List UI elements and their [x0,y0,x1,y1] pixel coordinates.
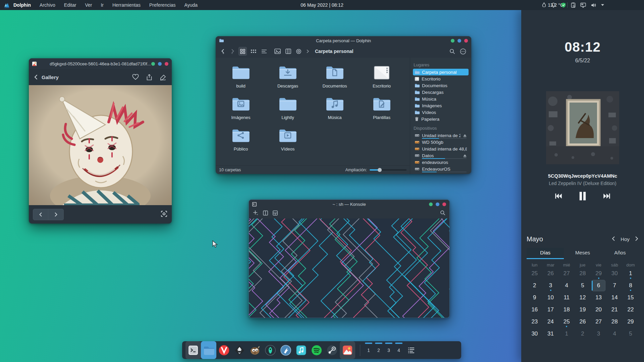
pause-button[interactable] [578,191,587,201]
desktop-pager-4[interactable]: 4 [394,341,404,359]
device-item-wd-500gb[interactable]: WD 500gb [413,139,469,145]
calendar-day[interactable]: 5 [575,280,591,292]
menu-item-ayuda[interactable]: Ayuda [184,2,198,8]
preview-image-icon[interactable] [273,47,282,56]
clipboard-icon[interactable] [571,2,576,8]
konsole-titlebar[interactable]: ~ : sh — Konsole [249,200,449,208]
folder-item-documentos[interactable]: Documentos [315,65,355,88]
calendar-day[interactable]: 3 [543,280,559,292]
calendar-today-button[interactable]: Hoy [621,236,630,242]
view-compact-button[interactable] [250,47,258,56]
calendar-next-icon[interactable] [635,236,639,242]
notifications-icon[interactable] [551,2,556,8]
calendar-day[interactable]: 23 [527,316,543,328]
folder-item-imágenes[interactable]: Imágenes [221,97,261,120]
search-icon[interactable] [448,47,456,56]
calendar-day[interactable]: 13 [591,292,607,304]
dock-app-gimp[interactable] [247,341,263,359]
dock-app-steam[interactable] [324,341,340,359]
calendar-day[interactable]: 11 [558,292,575,304]
folder-item-build[interactable]: build [221,65,261,88]
device-item-unidad-interna-de-48-8-[interactable]: Unidad interna de 48,8 ... [413,145,469,152]
place-item-vídeos[interactable]: Vídeos [413,109,469,116]
calendar-tab-años[interactable]: Años [601,248,639,259]
dock-app-music-app[interactable] [293,341,309,359]
folder-item-lightly[interactable]: Lightly [268,97,308,120]
calendar-day[interactable]: 26 [575,316,591,328]
favorite-heart-icon[interactable] [132,74,139,80]
menu-item-ver[interactable]: Ver [85,2,92,8]
shield-icon[interactable] [561,2,566,8]
minimize-button[interactable] [151,62,155,66]
calendar-tab-meses[interactable]: Meses [564,248,601,259]
calendar-day[interactable]: 28 [606,316,623,328]
calendar-day[interactable]: 25 [558,316,575,328]
dock-app-dolphin[interactable] [201,341,216,359]
forward-button[interactable] [229,47,236,56]
calendar-day[interactable]: 27 [591,316,607,328]
calendar-day[interactable]: 16 [527,304,543,316]
menu-overflow-icon[interactable] [459,47,467,56]
view-options-icon[interactable] [295,47,303,56]
menu-item-preferencias[interactable]: Preferencias [149,2,176,8]
calendar-day[interactable]: 9 [527,292,543,304]
calendar-day[interactable]: 19 [575,304,591,316]
place-item-música[interactable]: Música [413,96,469,102]
terminal-pipes-art[interactable] [249,219,449,318]
menu-item-archivo[interactable]: Archivo [40,2,55,8]
previous-track-button[interactable] [553,192,563,200]
close-button[interactable] [442,202,446,206]
calendar-day[interactable]: 1 [558,328,575,340]
calendar-day[interactable]: 18 [558,304,575,316]
calendar-day[interactable]: 24 [543,316,559,328]
volume-icon[interactable] [591,3,596,8]
minimize-button[interactable] [451,39,454,43]
calendar-day-today[interactable]: 6 [591,280,607,292]
view-icons-button[interactable] [238,47,247,56]
dock-app-konsole[interactable] [185,341,201,359]
split-view-icon[interactable] [284,47,292,56]
eject-icon[interactable] [463,154,467,158]
task-manager-icon[interactable] [408,347,415,353]
folder-item-escritorio[interactable]: Escritorio [362,65,402,88]
folder-item-plantillas[interactable]: Plantillas [362,97,402,120]
place-item-descargas[interactable]: Descargas [413,89,469,96]
calendar-day[interactable]: 29 [591,267,607,280]
calendar-day[interactable]: 2 [575,328,591,340]
device-item-endeavouros[interactable]: endeavouros [413,159,469,166]
maximize-button[interactable] [436,202,439,206]
dock-app-image-viewer[interactable] [340,341,355,359]
next-image-button[interactable] [48,209,64,220]
place-item-escritorio[interactable]: Escritorio [413,75,469,82]
folder-item-vídeos[interactable]: Vídeos [268,128,308,152]
menu-item-ir[interactable]: Ir [101,2,104,8]
search-icon[interactable] [440,210,445,217]
place-item-papelera[interactable]: Papelera [413,116,469,122]
menu-item-dolphin[interactable]: Dolphin [13,2,31,8]
edit-pencil-icon[interactable] [160,74,166,80]
menu-item-editar[interactable]: Editar [64,2,76,8]
place-item-documentos[interactable]: Documentos [413,82,469,89]
gallery-back-button[interactable]: Gallery [34,74,59,80]
calendar-day[interactable]: 27 [558,267,575,280]
calendar-day[interactable]: 2 [527,280,543,292]
device-item-endeavouros[interactable]: EndeavourOS [413,166,469,172]
calendar-day[interactable]: 4 [606,328,623,340]
zoom-slider[interactable] [370,169,407,171]
calendar-day[interactable]: 22 [623,304,639,316]
place-item-carpeta-personal[interactable]: Carpeta personal [413,69,469,75]
dock-app-inkscape[interactable] [232,341,247,359]
back-button[interactable] [220,47,226,56]
close-button[interactable] [165,62,168,66]
device-item-unidad-interna-de-2-[interactable]: Unidad interna de 2... [413,132,469,139]
view-details-button[interactable] [260,47,268,56]
desktop-pager-3[interactable]: 3 [384,341,394,359]
calendar-day[interactable]: 15 [623,292,639,304]
calendar-day[interactable]: 25 [527,267,543,280]
minimize-button[interactable] [429,202,433,206]
dock-app-spotify[interactable] [309,341,324,359]
calendar-day[interactable]: 20 [591,304,607,316]
calendar-day[interactable]: 21 [606,304,623,316]
calendar-day[interactable]: 28 [575,267,591,280]
share-icon[interactable] [146,74,152,80]
